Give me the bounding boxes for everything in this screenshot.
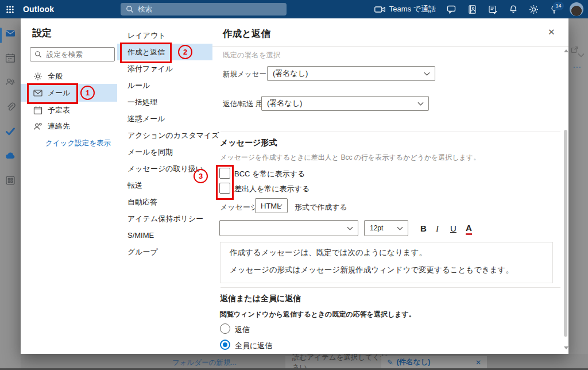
reply-all-radio[interactable]: [220, 340, 230, 350]
settings-search-box[interactable]: [30, 47, 115, 61]
notes-check-button[interactable]: [488, 5, 498, 14]
category-item[interactable]: レイアウト: [117, 27, 212, 44]
chevron-down-icon: [417, 102, 424, 106]
search-icon: [126, 5, 134, 13]
pencil-icon: ✎: [387, 358, 393, 367]
left-rail: [0, 18, 21, 370]
chevron-down-icon: [424, 72, 430, 76]
bcc-checkbox-label[interactable]: BCC を常に表示する: [234, 169, 305, 179]
sidebar-item-label: 全般: [48, 71, 63, 82]
message-format-heading: メッセージ形式: [220, 138, 277, 148]
dimmed-background-right: ⋯: [568, 18, 588, 354]
search-placeholder: 検索: [138, 5, 152, 14]
sidebar-item-contacts[interactable]: 連絡先: [21, 118, 117, 134]
font-color-button[interactable]: A: [466, 223, 472, 235]
category-item[interactable]: アクションのカスタマイズ: [117, 127, 212, 144]
todo-check-icon[interactable]: [5, 126, 16, 137]
category-item[interactable]: グループ: [117, 244, 212, 260]
sidebar-item-label: 連絡先: [48, 121, 70, 132]
topbar-search-input[interactable]: 検索: [121, 3, 287, 16]
sidebar-item-calendar[interactable]: 予定表: [21, 102, 117, 118]
category-item[interactable]: 自動応答: [117, 194, 212, 210]
message-format-description: メッセージを作成するときに差出人と Bcc の行を表示するかどうかを選択します。: [220, 153, 480, 163]
annotation-number-step3: 3: [194, 169, 208, 183]
app-title: Outlook: [23, 5, 54, 14]
people-icon[interactable]: [5, 77, 16, 87]
category-item[interactable]: S/MIME: [117, 227, 212, 244]
category-item[interactable]: アイテム保持ポリシー: [117, 210, 212, 227]
scroll-up-icon[interactable]: [564, 49, 568, 52]
from-checkbox-label[interactable]: 差出人を常に表示する: [234, 184, 310, 194]
reply-radio-label[interactable]: 返信: [235, 325, 250, 335]
draft-tab-label: (件名なし): [396, 357, 430, 367]
outlook-window: Outlook 検索 Teams で通話: [0, 0, 588, 370]
mail-icon[interactable]: [5, 28, 16, 38]
reply-radio[interactable]: [220, 323, 230, 334]
underline-button[interactable]: U: [450, 224, 457, 234]
account-avatar[interactable]: [570, 2, 583, 16]
quick-settings-link[interactable]: クイック設定を表示: [45, 138, 111, 148]
reply-defaults-heading: 返信または全員に返信: [220, 294, 301, 304]
video-camera-icon: [374, 5, 385, 14]
chevron-down-icon: [277, 204, 283, 207]
attachments-paperclip-icon[interactable]: [5, 102, 16, 112]
tips-lightbulb-button[interactable]: 14: [550, 5, 559, 14]
new-folder-link[interactable]: フォルダーの新規...: [172, 358, 237, 368]
reply-forward-signature-dropdown[interactable]: (署名なし): [261, 96, 429, 111]
divider: [220, 287, 560, 288]
reply-forward-signature-label: 返信/転送 用:: [223, 99, 265, 109]
settings-gear-button[interactable]: [529, 5, 539, 14]
person-icon: [33, 122, 42, 131]
draft-message-tab[interactable]: ✎ (件名なし) ✕: [381, 356, 487, 368]
font-name-dropdown[interactable]: [219, 220, 358, 236]
annotation-number-step1: 1: [80, 86, 95, 100]
teams-call-button[interactable]: Teams で通話: [374, 4, 436, 14]
dimmed-background-bottom: フォルダーの新規... 読むアイテムを選択してください ✎ (件名なし) ✕: [21, 354, 588, 370]
reply-defaults-description: 閲覧ウィンドウから返信するときの既定の応答を選択します。: [220, 310, 416, 319]
scroll-down-icon[interactable]: [564, 346, 568, 349]
compose-format-dropdown[interactable]: HTML: [255, 198, 288, 213]
tips-count-badge: 14: [553, 2, 564, 10]
signature-section-label: 既定の署名を選択: [223, 51, 281, 60]
chevron-down-icon: [397, 226, 403, 230]
close-draft-icon[interactable]: ✕: [475, 359, 481, 367]
annotation-box-step1: [27, 83, 78, 104]
settings-search-input[interactable]: [45, 50, 105, 59]
apps-grid-icon[interactable]: [5, 175, 16, 186]
category-item[interactable]: 一括処理: [117, 94, 212, 110]
bold-button[interactable]: B: [420, 224, 427, 234]
waffle-icon: [6, 5, 14, 14]
address-book-button[interactable]: [467, 5, 477, 14]
scrollbar-thumb[interactable]: [564, 130, 567, 337]
reading-pane-placeholder: 読むアイテムを選択してください: [285, 356, 388, 368]
divider: [212, 46, 568, 47]
calendar-icon[interactable]: [5, 53, 16, 63]
font-size-dropdown[interactable]: 12pt: [364, 220, 408, 236]
annotation-number-step2: 2: [178, 45, 192, 59]
app-launcher-button[interactable]: [0, 0, 20, 18]
chat-button[interactable]: [447, 5, 457, 14]
category-item[interactable]: メールを同期: [117, 144, 212, 160]
teams-call-label: Teams で通話: [389, 4, 436, 14]
rail-selected-indicator: [0, 28, 2, 43]
onedrive-cloud-icon[interactable]: [5, 151, 16, 161]
reply-all-radio-label[interactable]: 全員に返信: [235, 341, 272, 351]
panel-scrollbar[interactable]: [563, 47, 568, 350]
search-icon: [34, 51, 42, 58]
category-item[interactable]: 迷惑メール: [117, 110, 212, 127]
settings-title: 設定: [32, 26, 52, 40]
divider: [220, 132, 560, 132]
settings-dialog: 設定 全般 メール 予定表: [21, 18, 568, 354]
category-item[interactable]: ルール: [117, 77, 212, 94]
sidebar-item-general[interactable]: 全般: [21, 68, 117, 84]
panel-title: 作成と返信: [223, 28, 270, 40]
close-icon[interactable]: ✕: [548, 27, 555, 37]
annotation-box-step3: [216, 165, 234, 200]
gear-icon: [33, 72, 42, 81]
sidebar-item-label: 予定表: [48, 105, 70, 115]
italic-button[interactable]: I: [436, 224, 439, 234]
notifications-bell-button[interactable]: [509, 5, 518, 14]
overflow-dots-icon: ⋯: [572, 62, 582, 72]
preview-line-2: メッセージの形式はメッセージ新規作成ウィンドウで変更することもできます。: [230, 265, 513, 275]
new-message-signature-dropdown[interactable]: (署名なし): [267, 66, 435, 81]
